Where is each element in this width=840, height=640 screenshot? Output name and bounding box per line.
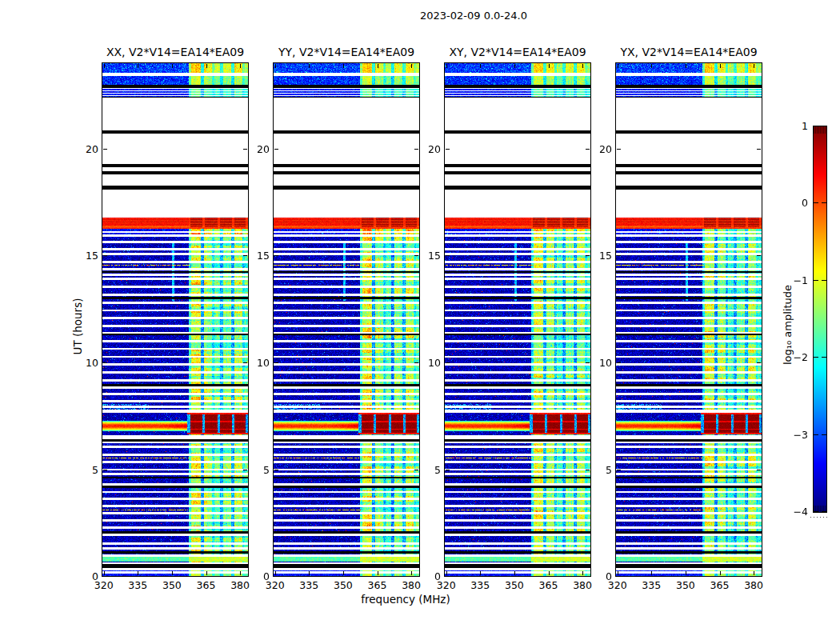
x-tickmark-bottom [138,571,138,575]
y-tickmark-right [757,255,761,256]
x-tickmark-top [446,64,447,68]
y-tick-label: 20 [246,142,270,154]
figure-title: 2023-02-09 0.0-24.0 [420,10,527,22]
y-tick-label: 15 [74,250,98,262]
x-tick-label: 380 [744,579,763,591]
x-tickmark-bottom [275,571,276,575]
x-tickmark-bottom [206,571,207,575]
x-tickmark-top [378,64,378,68]
y-tickmark-left [446,255,450,256]
colorbar-tick-label: 0 [784,197,808,209]
colorbar-tickmark [822,202,826,203]
x-tickmark-bottom [446,571,447,575]
y-tickmark-left [446,362,450,363]
y-tick-label: 20 [588,142,612,154]
x-tickmark-top [309,64,310,68]
x-tickmark-top [104,64,105,68]
x-tickmark-top [138,64,138,68]
y-tickmark-left [446,576,450,577]
x-tickmark-top [618,64,618,68]
y-tickmark-right [757,149,761,150]
x-tickmark-bottom [480,571,481,575]
y-tickmark-right [757,470,761,470]
x-tick-label: 350 [505,579,524,591]
colorbar-tickmark [822,511,826,512]
x-tick-label: 350 [676,579,695,591]
colorbar-gradient [813,126,827,513]
y-tick-label: 10 [246,356,270,368]
y-tick-label: 0 [74,570,98,582]
x-tickmark-top [686,64,686,68]
y-tick-label: 5 [246,463,270,475]
x-tickmark-bottom [514,571,515,575]
x-tickmark-bottom [582,571,583,575]
y-tickmark-right [757,576,761,577]
colorbar-tickmark [822,434,826,435]
colorbar-tick-label: −3 [784,428,808,440]
x-tickmark-bottom [104,571,105,575]
y-tickmark-left [446,149,450,150]
figure: 2023-02-09 0.0-24.0 UT (hours) frequency… [0,0,840,640]
x-tickmark-bottom [172,571,173,575]
y-tickmark-left [103,149,107,150]
x-tick-label: 335 [470,579,490,591]
colorbar-tickmark [814,357,818,358]
colorbar-tickmark [822,280,826,281]
y-tick-label: 10 [588,356,612,368]
x-tick-label: 335 [299,579,318,591]
x-tickmark-bottom [651,571,652,575]
y-tickmark-left [274,255,278,256]
colorbar-tickmark [814,511,818,512]
x-tickmark-top [651,64,652,68]
x-tickmark-bottom [309,571,310,575]
y-tick-label: 0 [588,570,612,582]
y-tick-label: 15 [417,250,441,262]
x-tickmark-bottom [378,571,378,575]
spectrogram-image-xx [102,62,249,577]
colorbar-tickmark [814,434,818,435]
colorbar-underflow-dots [810,517,830,518]
x-tickmark-top [720,64,721,68]
panel-title-xy: XY, V2*V14=EA14*EA09 [449,46,586,58]
y-tickmark-left [274,362,278,363]
x-tickmark-bottom [720,571,721,575]
y-tickmark-left [446,470,450,470]
y-tick-label: 5 [588,463,612,475]
spectrogram-image-yy [273,62,420,577]
x-tickmark-top [480,64,481,68]
colorbar-tick-label: −1 [784,274,808,286]
x-tickmark-bottom [411,571,412,575]
x-tickmark-bottom [686,571,686,575]
y-tickmark-left [617,576,621,577]
colorbar-tick-label: −2 [784,351,808,363]
y-tick-label: 15 [246,250,270,262]
y-tickmark-left [103,255,107,256]
x-tickmark-top [206,64,207,68]
x-tick-label: 350 [334,579,353,591]
x-tick-label: 335 [128,579,147,591]
colorbar-tickmark [814,202,818,203]
y-tick-label: 5 [74,463,98,475]
y-tickmark-left [617,470,621,470]
spectrogram-image-xy [444,62,591,577]
x-tickmark-top [275,64,276,68]
y-tickmark-left [103,470,107,470]
y-tickmark-right [757,362,761,363]
x-tickmark-top [549,64,550,68]
y-tickmark-left [617,255,621,256]
x-tickmark-top [240,64,241,68]
x-tickmark-top [343,64,344,68]
panel-title-xx: XX, V2*V14=EA14*EA09 [106,46,244,58]
y-tickmark-left [103,362,107,363]
x-tickmark-bottom [240,571,241,575]
x-tickmark-top [582,64,583,68]
y-tick-label: 0 [246,570,270,582]
x-tick-label: 365 [710,579,730,591]
x-tickmark-top [172,64,173,68]
x-axis-label: frequency (MHz) [361,593,450,606]
y-axis-label: UT (hours) [71,298,84,355]
y-tickmark-left [274,576,278,577]
colorbar-tickmark [814,126,818,126]
x-tick-label: 350 [162,579,182,591]
y-tick-label: 20 [74,142,98,154]
